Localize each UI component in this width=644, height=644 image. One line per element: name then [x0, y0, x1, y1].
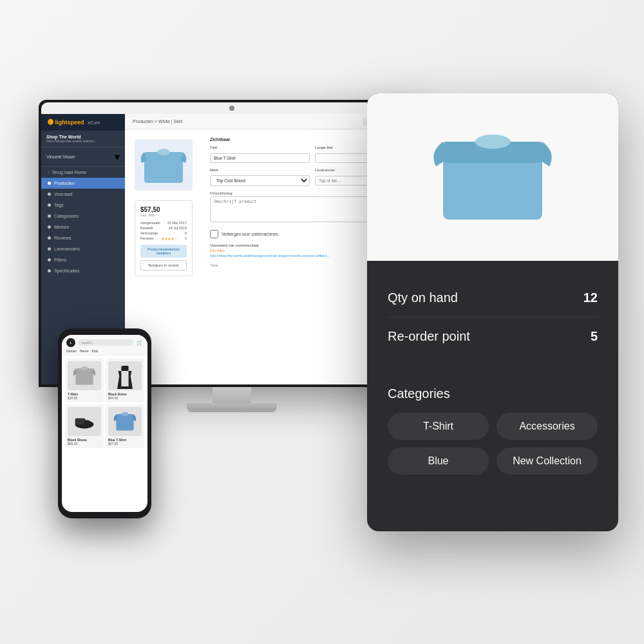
- categories-title: Categories: [388, 386, 598, 401]
- phone-body: L search... 🛒 Dames Heren Kids: [58, 328, 151, 518]
- product-price: $57.50: [108, 442, 142, 446]
- phone-product-grid: T-Shirt $18.50 Black Dress $44.95: [62, 355, 147, 451]
- created-row: Aangemaakt 31 Mei 2017: [140, 221, 187, 225]
- phone-nav-dames[interactable]: Dames: [66, 349, 77, 353]
- breadcrumb: Producten > White | Skirt: [133, 119, 183, 124]
- tag-blue[interactable]: Blue: [388, 448, 489, 475]
- leveranciers-icon: [48, 247, 51, 251]
- hide-search-label: Verbergen voor zoekmachines: [222, 232, 278, 236]
- scene: Qty on hand 12 Re-order point 5 Categori…: [0, 0, 644, 644]
- phone-header: L search... 🛒 Dames Heren Kids: [62, 335, 147, 355]
- categories-section: Categories T-Shirt Accessories Blue New …: [367, 374, 618, 493]
- sidebar-item-voorraad[interactable]: Voorraad: [41, 189, 125, 200]
- categorieen-icon: [48, 214, 51, 218]
- sidebar-store-info: Shop The World http://shop-the-world.web…: [41, 131, 125, 147]
- phone-logo: L: [66, 338, 75, 347]
- product-price: $65.00: [68, 442, 101, 446]
- phone-nav-heren[interactable]: Heren: [80, 349, 89, 353]
- sidebar-item-label: Reviews: [54, 236, 71, 240]
- list-item[interactable]: Black Dress $44.95: [106, 359, 144, 402]
- svg-point-7: [157, 149, 170, 155]
- sidebar-item-label: Voorraad: [54, 192, 72, 196]
- brand-group: Merk Top Cool Brand: [210, 168, 310, 186]
- title-input[interactable]: [210, 153, 310, 163]
- created-label: Aangemaakt: [140, 221, 160, 225]
- sidebar-store-name: Shop The World: [46, 135, 120, 139]
- phone-wrapper: L search... 🛒 Dames Heren Kids: [58, 328, 151, 518]
- reorder-value: 5: [591, 329, 598, 344]
- cart-icon[interactable]: 🛒: [137, 340, 143, 346]
- phone-nav: Dames Heren Kids: [66, 349, 143, 353]
- qty-label: Qty on hand: [388, 290, 458, 305]
- product-price: $18.50: [68, 396, 101, 400]
- sidebar-item-filters[interactable]: Filters: [41, 254, 125, 265]
- modified-row: Bewerkt 18 Jul 2018: [140, 226, 187, 230]
- view-in-shop-button[interactable]: Bekijken in winkel: [140, 260, 187, 270]
- sidebar-item-tags[interactable]: Tags: [41, 200, 125, 211]
- sidebar-item-producten[interactable]: Producten: [41, 178, 125, 189]
- sidebar-item-merken[interactable]: Merken: [41, 222, 125, 232]
- preview-text: Tekst: [210, 263, 218, 267]
- list-item[interactable]: Blue T-Shirt $57.50: [106, 404, 144, 448]
- phone-header-top: L search... 🛒: [66, 338, 143, 347]
- phone-search-bar[interactable]: search...: [79, 339, 133, 346]
- svg-rect-12: [75, 418, 86, 424]
- tag-new-collection[interactable]: New Collection: [497, 448, 598, 475]
- producten-icon: [48, 182, 51, 185]
- chevron-left-icon: ‹: [48, 170, 49, 175]
- list-item[interactable]: T-Shirt $18.50: [65, 359, 104, 402]
- product-image-area: [367, 93, 618, 261]
- tag-accessories[interactable]: Accessories: [497, 413, 598, 440]
- reviews-icon: [48, 236, 51, 240]
- dark-panel: Qty on hand 12 Re-order point 5 Categori…: [367, 93, 618, 531]
- filters-icon: [48, 258, 51, 261]
- voorraad-icon: [48, 193, 51, 196]
- sidebar-logo-sub: eCom: [88, 120, 100, 125]
- svg-point-9: [80, 366, 88, 370]
- qty-value: 12: [583, 290, 598, 305]
- svg-point-2: [475, 135, 511, 149]
- product-image-gray-tshirt: [68, 361, 101, 390]
- phone-nav-kids[interactable]: Kids: [91, 349, 98, 353]
- sidebar-logo: 🅛 lightspeed eCom: [41, 114, 125, 131]
- sidebar-item-specificaties[interactable]: Specificaties: [41, 265, 125, 276]
- product-stats-button[interactable]: Productstatistieken bekijken: [140, 245, 187, 258]
- brand-select[interactable]: Top Cool Brand: [210, 175, 310, 186]
- sidebar-item-reviews[interactable]: Reviews: [41, 232, 125, 243]
- sidebar-item-label: Leveranciers: [54, 247, 80, 251]
- tags-icon: [48, 204, 51, 207]
- product-image-blue-tshirt: [108, 407, 142, 436]
- svg-rect-6: [144, 152, 183, 183]
- sidebar-item-label: Merken: [54, 225, 69, 229]
- product-thumbnail: [135, 139, 193, 191]
- product-image-svg: [422, 113, 564, 242]
- panel-info: Qty on hand 12 Re-order point 5: [367, 261, 618, 374]
- hide-search-checkbox[interactable]: [210, 230, 218, 238]
- reviews-value: 1: [185, 236, 187, 241]
- sidebar-user-name: Vincent Visser: [46, 155, 75, 159]
- sales-label: Verkoopitje: [140, 231, 158, 235]
- categories-grid: T-Shirt Accessories Blue New Collection: [388, 413, 598, 475]
- sales-row: Verkoopitje 0: [140, 231, 187, 235]
- phone-notch: [89, 328, 121, 333]
- list-item[interactable]: Black Shoes $65.00: [65, 404, 104, 448]
- price-sub: Incl. btw: [140, 213, 187, 217]
- phone-screen: L search... 🛒 Dames Heren Kids: [62, 335, 147, 512]
- reorder-label: Re-order point: [388, 329, 470, 344]
- reviews-row: Reviews ★★★★☆ 1: [140, 236, 187, 241]
- sidebar-user[interactable]: Vincent Visser ▾: [41, 147, 125, 167]
- sidebar-item-leveranciers[interactable]: Leveranciers: [41, 243, 125, 254]
- sidebar-item-label: Producten: [54, 181, 75, 185]
- product-price-box: $57,50 Incl. btw Aangemaakt 31 Mei 2017: [135, 200, 193, 276]
- sidebar-item-label: Specificaties: [54, 269, 79, 273]
- merken-icon: [48, 225, 51, 229]
- tag-tshirt[interactable]: T-Shirt: [388, 413, 489, 440]
- sidebar-logo-text: 🅛 lightspeed: [48, 119, 84, 126]
- product-price: $44.95: [108, 396, 142, 400]
- sidebar-item-categorieen[interactable]: Categorieën: [41, 211, 125, 222]
- reorder-row: Re-order point 5: [388, 317, 598, 355]
- sidebar-item-label: Tags: [54, 203, 64, 207]
- monitor-base: [187, 403, 277, 412]
- svg-rect-13: [84, 420, 90, 424]
- sidebar-back-btn[interactable]: ‹ Terug naar Home: [41, 167, 125, 178]
